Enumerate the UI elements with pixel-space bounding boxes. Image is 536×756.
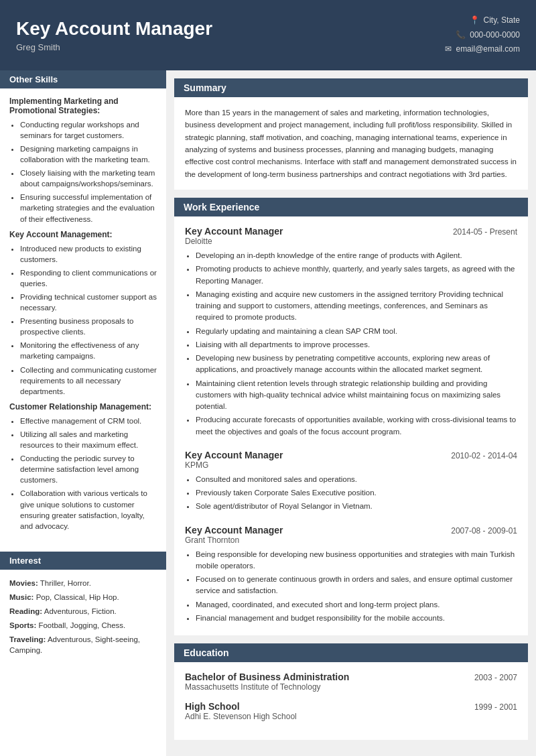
- list-item: Sole agent/distributor of Royal Selangor…: [196, 501, 517, 512]
- edu-degree-1: Bachelor of Business Administration: [185, 672, 349, 682]
- edu-dates-1: 2003 - 2007: [474, 673, 517, 682]
- list-item: Introduced new products to existing cust…: [20, 243, 157, 265]
- list-item: Ensuring successful implementation of ma…: [20, 192, 157, 224]
- location-icon: 📍: [470, 13, 480, 28]
- education-header: Education: [174, 643, 528, 662]
- summary-text: More than 15 years in the management of …: [185, 107, 517, 180]
- section2-heading: Key Account Management:: [9, 230, 157, 239]
- list-item: Maintaining client retention levels thro…: [196, 378, 517, 413]
- interest-header: Interest: [0, 552, 166, 570]
- summary-card: Summary More than 15 years in the manage…: [174, 78, 528, 190]
- list-item: Conducting regular workshops and seminar…: [20, 119, 157, 141]
- location-text: City, State: [484, 13, 520, 28]
- work-experience-header: Work Experience: [174, 198, 528, 216]
- list-item: Monitoring the effectiveness of any mark…: [20, 340, 157, 361]
- header: Key Account Manager Greg Smith 📍 City, S…: [0, 0, 536, 70]
- phone-row: 📞 000-000-0000: [445, 28, 520, 43]
- list-item: Effective management of CRM tool.: [20, 416, 157, 426]
- job-bullets-2: Consulted and monitored sales and operat…: [185, 474, 517, 513]
- job-company-1: Deloitte: [185, 237, 517, 246]
- job-title-2: Key Account Manager: [185, 450, 283, 460]
- edu-title-row-2: High School 1999 - 2001: [185, 701, 517, 712]
- list-item: Managed, coordinated, and executed short…: [196, 599, 517, 611]
- section2-list: Introduced new products to existing cust…: [9, 243, 157, 397]
- list-item: Collaboration with various verticals to …: [20, 488, 157, 531]
- interest-list: Movies: Thriller, Horror. Music: Pop, Cl…: [9, 578, 157, 656]
- section1-list: Conducting regular workshops and seminar…: [9, 119, 157, 225]
- header-left: Key Account Manager Greg Smith: [16, 18, 212, 52]
- header-contact: 📍 City, State 📞 000-000-0000 ✉ email@ema…: [445, 13, 520, 57]
- summary-body: More than 15 years in the management of …: [174, 97, 528, 190]
- list-item: Closely liaising with the marketing team…: [20, 168, 157, 189]
- list-item: Collecting and communicating customer re…: [20, 365, 157, 397]
- section3-list: Effective management of CRM tool. Utiliz…: [9, 416, 157, 531]
- sidebar: Other Skills Implementing Marketing and …: [0, 70, 166, 756]
- list-item: Reading: Adventurous, Fiction.: [9, 606, 157, 617]
- edu-school-1: Massachusetts Institute of Technology: [185, 682, 517, 692]
- edu-entry-2: High School 1999 - 2001 Adhi E. Stevenso…: [185, 701, 517, 721]
- list-item: Conducting the periodic survey to determ…: [20, 453, 157, 485]
- list-item: Liaising with all departments to improve…: [196, 339, 517, 351]
- summary-header: Summary: [174, 78, 528, 97]
- job-entry-1: Key Account Manager 2014-05 - Present De…: [185, 226, 517, 438]
- list-item: Producing accurate forecasts of opportun…: [196, 414, 517, 438]
- list-item: Sports: Football, Jogging, Chess.: [9, 620, 157, 631]
- list-item: Previously taken Corporate Sales Executi…: [196, 487, 517, 499]
- list-item: Developing new business by penetrating c…: [196, 353, 517, 376]
- list-item: Traveling: Adventurous, Sight-seeing, Ca…: [9, 634, 157, 655]
- education-body: Bachelor of Business Administration 2003…: [174, 662, 528, 740]
- job-entry-3: Key Account Manager 2007-08 - 2009-01 Gr…: [185, 525, 517, 625]
- other-skills-content: Implementing Marketing and Promotional S…: [0, 88, 166, 542]
- job-dates-3: 2007-08 - 2009-01: [451, 526, 517, 536]
- interest-content: Movies: Thriller, Horror. Music: Pop, Cl…: [0, 570, 166, 668]
- section3-heading: Customer Relationship Management:: [9, 402, 157, 412]
- list-item: Presenting business proposals to prospec…: [20, 316, 157, 337]
- phone-text: 000-000-0000: [470, 28, 520, 43]
- main-content: Summary More than 15 years in the manage…: [166, 70, 536, 756]
- work-experience-card: Work Experience Key Account Manager 2014…: [174, 198, 528, 635]
- list-item: Focused on to generate continuous growth…: [196, 574, 517, 597]
- phone-icon: 📞: [456, 28, 466, 43]
- education-card: Education Bachelor of Business Administr…: [174, 643, 528, 740]
- list-item: Utilizing all sales and marketing resour…: [20, 429, 157, 450]
- list-item: Being responsible for developing new bus…: [196, 549, 517, 572]
- email-text: email@email.com: [456, 42, 520, 57]
- list-item: Music: Pop, Classical, Hip Hop.: [9, 592, 157, 603]
- edu-school-2: Adhi E. Stevenson High School: [185, 712, 517, 721]
- edu-degree-2: High School: [185, 701, 240, 712]
- job-title-row-3: Key Account Manager 2007-08 - 2009-01: [185, 525, 517, 536]
- list-item: Developing an in-depth knowledge of the …: [196, 250, 517, 261]
- job-title-3: Key Account Manager: [185, 525, 283, 536]
- list-item: Regularly updating and maintaining a cle…: [196, 326, 517, 337]
- candidate-name: Greg Smith: [16, 42, 212, 52]
- list-item: Providing technical customer support as …: [20, 292, 157, 313]
- location-row: 📍 City, State: [445, 13, 520, 28]
- page-title: Key Account Manager: [16, 18, 212, 40]
- list-item: Promoting products to achieve monthly, q…: [196, 263, 517, 287]
- other-skills-header: Other Skills: [0, 70, 166, 88]
- job-bullets-1: Developing an in-depth knowledge of the …: [185, 250, 517, 438]
- section1-heading: Implementing Marketing and Promotional S…: [9, 97, 157, 115]
- job-title-row-2: Key Account Manager 2010-02 - 2014-04: [185, 450, 517, 460]
- main-layout: Other Skills Implementing Marketing and …: [0, 70, 536, 756]
- list-item: Consulted and monitored sales and operat…: [196, 474, 517, 485]
- email-icon: ✉: [445, 42, 452, 57]
- job-company-2: KPMG: [185, 460, 517, 470]
- job-title-1: Key Account Manager: [185, 226, 283, 237]
- job-entry-2: Key Account Manager 2010-02 - 2014-04 KP…: [185, 450, 517, 513]
- job-title-row-1: Key Account Manager 2014-05 - Present: [185, 226, 517, 237]
- email-row: ✉ email@email.com: [445, 42, 520, 57]
- list-item: Movies: Thriller, Horror.: [9, 578, 157, 588]
- job-dates-2: 2010-02 - 2014-04: [451, 451, 517, 460]
- job-company-3: Grant Thornton: [185, 536, 517, 545]
- edu-dates-2: 1999 - 2001: [474, 702, 517, 712]
- list-item: Managing existing and acquire new custom…: [196, 289, 517, 324]
- list-item: Designing marketing campaigns in collabo…: [20, 143, 157, 165]
- edu-entry-1: Bachelor of Business Administration 2003…: [185, 672, 517, 692]
- list-item: Financial management and budget responsi…: [196, 613, 517, 624]
- work-experience-body: Key Account Manager 2014-05 - Present De…: [174, 216, 528, 635]
- job-dates-1: 2014-05 - Present: [453, 227, 517, 237]
- list-item: Responding to client communications or q…: [20, 267, 157, 289]
- job-bullets-3: Being responsible for developing new bus…: [185, 549, 517, 625]
- edu-title-row-1: Bachelor of Business Administration 2003…: [185, 672, 517, 682]
